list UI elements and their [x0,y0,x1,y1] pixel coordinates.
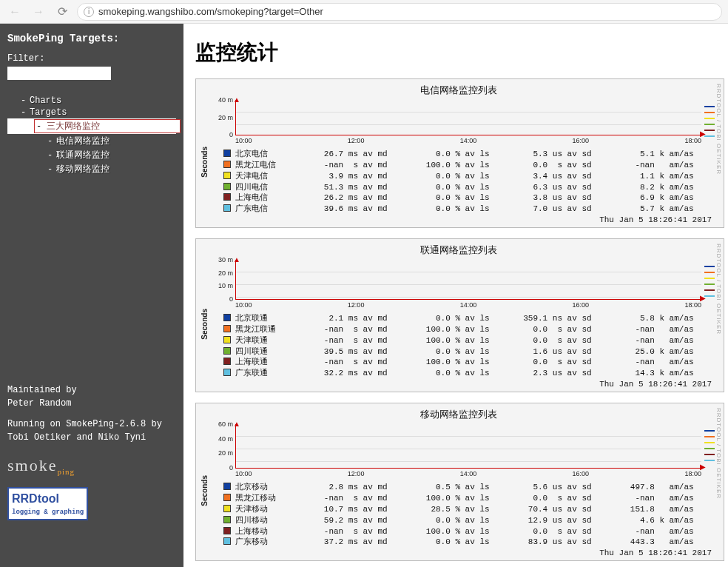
legend-row: 北京联通 2.1 ms av md 0.0 % av ls 359.1 ns a… [223,313,718,324]
y-ticks: 60 m40 m20 m0 [212,424,235,468]
browser-toolbar: ← → ⟳ i smokeping.wangshibo.com/smokepin… [0,0,728,24]
tree-三大网络监控[interactable]: - 三大网络监控 [7,118,176,134]
plot-area: ▲▶30 m20 m10 m0 [235,260,701,300]
y-axis-label: Seconds [199,475,210,506]
color-swatch [223,347,231,355]
rrd-credit: RRDTOOL / TOBI OETIKER [715,244,722,335]
color-swatch [223,161,231,168]
tree-电信网络监控[interactable]: -电信网络监控 [7,134,176,148]
color-swatch [223,204,231,212]
tree-联通网络监控[interactable]: -联通网络监控 [7,148,176,162]
color-swatch [223,336,231,343]
color-swatch [223,358,231,365]
legend-row: 上海联通 -nan s av md 100.0 % av ls 0.0 s av… [223,357,718,368]
legend-row: 四川移动 59.2 ms av md 0.0 % av ls 12.9 us a… [223,515,718,526]
color-swatch [223,505,231,512]
legend-row: 上海移动 -nan s av md 100.0 % av ls 0.0 s av… [223,526,718,537]
color-swatch [223,150,231,157]
arrow-right-icon: ▶ [700,463,706,471]
color-swatch [223,172,231,179]
rrdtool-logo[interactable]: RRDtool logging & graphing [7,487,88,521]
info-icon: i [84,7,94,17]
x-ticks: 10:0012:0014:0016:0018:00 [235,469,701,477]
legend-row: 北京移动 2.8 ms av md 0.5 % av ls 5.6 us av … [223,482,718,493]
chart-title: 移动网络监控列表 [199,406,718,424]
tree-charts[interactable]: -Charts [7,95,176,107]
chart-card[interactable]: RRDTOOL / TOBI OETIKER电信网络监控列表Seconds▲▶4… [195,78,724,228]
target-tree: -Charts -Targets - 三大网络监控 -电信网络监控 -联通网络监… [7,95,176,176]
filter-input[interactable] [7,67,111,80]
x-ticks: 10:0012:0014:0016:0018:00 [235,300,701,309]
x-ticks: 10:0012:0014:0016:0018:00 [235,135,701,144]
legend-row: 广东联通 32.2 ms av md 0.0 % av ls 2.3 us av… [223,368,718,379]
y-ticks: 40 m20 m0 [212,100,235,135]
color-swatch [223,494,231,501]
chart-timestamp: Thu Jan 5 18:26:41 2017 [210,379,718,389]
smokeping-logo: smokeping [7,453,176,478]
legend-table: 北京移动 2.8 ms av md 0.5 % av ls 5.6 us av … [223,482,718,548]
plot-area: ▲▶60 m40 m20 m0 [235,424,701,469]
color-swatch [223,527,231,534]
chart-title: 联通网络监控列表 [199,242,718,260]
color-swatch [223,537,231,545]
y-axis-label: Seconds [199,147,210,178]
color-swatch [223,516,231,523]
legend-row: 黑龙江移动 -nan s av md 100.0 % av ls 0.0 s a… [223,493,718,504]
legend-row: 天津联通 -nan s av md 100.0 % av ls 0.0 s av… [223,335,718,346]
legend-row: 黑龙江联通 -nan s av md 100.0 % av ls 0.0 s a… [223,324,718,335]
plot-area: ▲▶40 m20 m0 [235,100,701,135]
url-text: smokeping.wangshibo.com/smokeping?target… [98,6,323,17]
legend-row: 四川电信 51.3 ms av md 0.0 % av ls 6.3 us av… [223,182,718,193]
sidebar: SmokePing Targets: Filter: -Charts -Targ… [0,24,183,567]
legend-row: 广东移动 37.2 ms av md 0.0 % av ls 83.9 us a… [223,537,718,548]
chart-timestamp: Thu Jan 5 18:26:41 2017 [210,548,718,557]
sidebar-footer: Maintained byPeter Random Running on Smo… [7,383,176,520]
rrd-credit: RRDTOOL / TOBI OETIKER [715,408,722,499]
color-swatch [223,369,231,376]
chart-card[interactable]: RRDTOOL / TOBI OETIKER联通网络监控列表Seconds▲▶3… [195,238,724,392]
url-bar[interactable]: i smokeping.wangshibo.com/smokeping?targ… [77,3,722,21]
main-content: 监控统计 RRDTOOL / TOBI OETIKER电信网络监控列表Secon… [183,24,728,567]
y-axis-label: Seconds [199,309,210,340]
y-ticks: 30 m20 m10 m0 [212,260,235,299]
color-swatch [223,183,231,190]
back-button[interactable]: ← [6,3,24,21]
legend-row: 四川联通 39.5 ms av md 0.0 % av ls 1.6 us av… [223,346,718,358]
color-swatch [223,325,231,332]
sidebar-title: SmokePing Targets: [7,33,176,44]
reload-button[interactable]: ⟳ [53,3,71,21]
tree-移动网络监控[interactable]: -移动网络监控 [7,162,176,176]
legend-row: 天津移动 10.7 ms av md 28.5 % av ls 70.4 us … [223,504,718,515]
chart-card[interactable]: RRDTOOL / TOBI OETIKER移动网络监控列表Seconds▲▶6… [195,403,724,561]
legend-row: 北京电信 26.7 ms av md 0.0 % av ls 5.3 us av… [223,149,718,160]
legend-row: 广东电信 39.6 ms av md 0.0 % av ls 7.0 us av… [223,204,718,215]
chart-timestamp: Thu Jan 5 18:26:41 2017 [210,215,718,224]
rrd-credit: RRDTOOL / TOBI OETIKER [715,84,722,175]
chart-title: 电信网络监控列表 [199,82,718,100]
legend-row: 黑龙江电信 -nan s av md 100.0 % av ls 0.0 s a… [223,160,718,171]
legend-row: 上海电信 26.2 ms av md 0.0 % av ls 3.8 us av… [223,192,718,204]
filter-label: Filter: [7,53,176,64]
legend-table: 北京电信 26.7 ms av md 0.0 % av ls 5.3 us av… [223,149,718,215]
tree-targets[interactable]: -Targets [7,107,176,118]
legend-table: 北京联通 2.1 ms av md 0.0 % av ls 359.1 ns a… [223,313,718,379]
color-swatch [223,193,231,201]
page-title: 监控统计 [195,38,724,67]
color-swatch [223,483,231,490]
legend-row: 天津电信 3.9 ms av md 0.0 % av ls 3.4 us av … [223,171,718,182]
color-swatch [223,314,231,321]
forward-button[interactable]: → [30,3,47,21]
